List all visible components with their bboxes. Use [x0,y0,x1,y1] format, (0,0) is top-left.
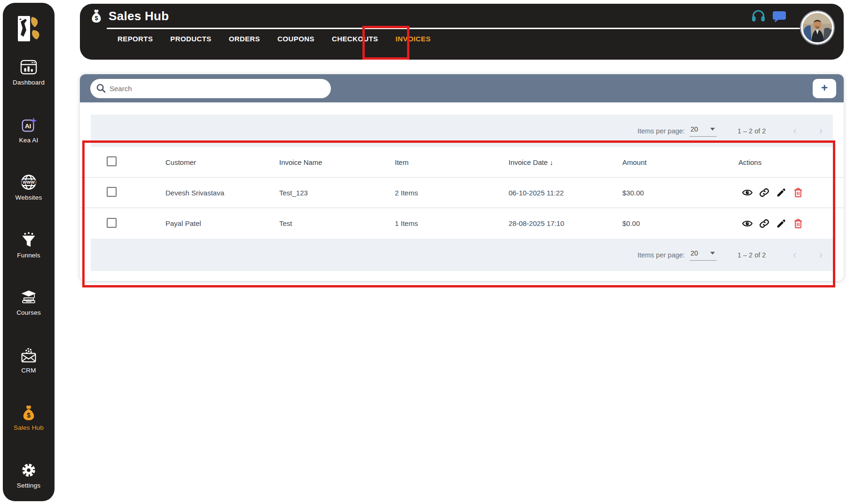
cell-amount: $0.00 [622,219,738,227]
sidebar-item-label: Funnels [17,252,40,259]
sidebar-item-websites[interactable]: WWWWebsites [3,173,55,201]
chevron-down-icon [710,252,715,255]
column-header-amount[interactable]: Amount [622,158,738,166]
title-divider [107,28,800,29]
tab-coupons[interactable]: COUPONS [276,33,315,45]
search-toolbar: + [80,74,844,102]
prev-page-button[interactable]: ‹ [790,126,799,136]
sidebar-item-crm[interactable]: CRM [3,346,55,374]
view-icon[interactable] [742,218,753,229]
cell-invoice-date: 06-10-2025 11:22 [509,189,622,197]
svg-text:$: $ [27,411,31,419]
tab-orders[interactable]: ORDERS [228,33,261,45]
edit-icon[interactable] [776,218,786,229]
delete-icon[interactable] [793,187,803,198]
topbar-head: $ Sales Hub [90,8,169,23]
items-per-page-label: Items per page: [637,127,685,135]
settings-icon [20,461,38,479]
items-per-page-select[interactable]: 20 [690,249,717,261]
items-per-page-value: 20 [690,125,698,133]
tab-products[interactable]: PRODUCTS [169,33,212,45]
courses-icon [20,288,38,306]
column-header-item[interactable]: Item [395,158,509,166]
page-title: Sales Hub [109,9,169,23]
svg-text:AI: AI [25,122,31,129]
svg-text:WWW: WWW [23,180,35,185]
sidebar-item-label: Settings [17,482,40,489]
column-header-invoice-name[interactable]: Invoice Name [279,158,395,166]
cell-customer: Payal Patel [165,219,279,227]
copy-link-icon[interactable] [759,187,769,198]
sidebar-item-settings[interactable]: Settings [3,461,55,489]
avatar[interactable] [801,11,834,44]
chat-icon[interactable] [772,11,786,23]
header-tabs: REPORTSPRODUCTSORDERSCOUPONSCHECKOUTSINV… [117,33,431,45]
money-bag-icon: $ [90,8,102,23]
sidebar-item-label: Websites [16,194,42,201]
sidebar-item-funnels[interactable]: Funnels [3,231,55,259]
sidebar-item-sales-hub[interactable]: $Sales Hub [3,403,55,431]
pagination-bottom: Items per page: 20 1 – 2 of 2 ‹ › [91,239,833,271]
funnels-icon [20,231,38,249]
delete-icon[interactable] [793,218,803,229]
crm-icon [20,346,38,364]
column-header-actions: Actions [738,158,844,166]
page-range-label: 1 – 2 of 2 [737,251,766,259]
table-row: Payal PatelTest1 Items28-08-2025 17:10$0… [80,208,844,239]
table-row: Devesh SrivastavaTest_1232 Items06-10-20… [80,178,844,208]
row-checkbox[interactable] [107,218,117,228]
items-per-page-label: Items per page: [637,251,685,259]
dashboard-icon [20,58,38,76]
headset-icon[interactable] [751,10,766,23]
cell-actions [738,187,844,198]
sidebar-item-courses[interactable]: Courses [3,288,55,316]
sort-desc-icon: ↓ [549,158,553,166]
kea-ai-icon: AI [20,116,38,134]
edit-icon[interactable] [776,187,786,198]
items-per-page-select[interactable]: 20 [690,125,717,137]
topbar: $ Sales Hub REPORTSPRODUCTSORDERSCOUPONS… [80,4,844,60]
sidebar-item-dashboard[interactable]: Dashboard [3,58,55,86]
items-per-page-value: 20 [690,249,698,257]
sidebar-item-label: Kea AI [19,137,39,144]
select-all-checkbox[interactable] [107,156,117,166]
column-header-invoice-date[interactable]: Invoice Date↓ [509,158,622,166]
sidebar-item-kea-ai[interactable]: AIKea AI [3,116,55,144]
cell-customer: Devesh Srivastava [165,189,279,197]
search-icon [96,84,106,93]
kea-logo[interactable] [14,14,43,44]
sidebar-item-label: CRM [21,367,36,374]
search-input[interactable] [90,79,331,98]
view-icon[interactable] [742,187,753,198]
cell-invoice-name: Test [279,219,395,227]
sidebar-nav: DashboardAIKea AIWWWWebsitesFunnelsCours… [3,44,55,501]
table-header-row: Customer Invoice Name Item Invoice Date↓… [80,147,844,178]
sales-hub-page: DashboardAIKea AIWWWWebsitesFunnelsCours… [0,0,847,504]
invoices-panel: + Items per page: 20 1 – 2 of 2 ‹ › Cust… [80,74,844,281]
next-page-button[interactable]: › [816,126,825,136]
row-checkbox[interactable] [107,187,117,197]
tab-reports[interactable]: REPORTS [117,33,154,45]
prev-page-button[interactable]: ‹ [790,250,799,260]
add-invoice-button[interactable]: + [813,79,836,98]
sidebar-item-label: Sales Hub [14,424,44,431]
next-page-button[interactable]: › [816,250,825,260]
cell-invoice-name: Test_123 [279,189,395,197]
tab-invoices[interactable]: INVOICES [395,33,432,45]
pagination-top: Items per page: 20 1 – 2 of 2 ‹ › [91,115,833,147]
sidebar-item-label: Courses [16,309,41,316]
cell-actions [738,218,844,229]
websites-icon: WWW [20,173,38,191]
tab-checkouts[interactable]: CHECKOUTS [331,33,379,45]
column-header-customer[interactable]: Customer [165,158,279,166]
sales-hub-icon: $ [20,403,38,421]
copy-link-icon[interactable] [759,218,769,229]
cell-item: 2 Items [395,189,509,197]
sidebar-item-label: Dashboard [13,79,45,86]
sidebar: DashboardAIKea AIWWWWebsitesFunnelsCours… [3,3,55,501]
search-wrap [90,79,331,98]
cell-item: 1 Items [395,219,509,227]
chevron-down-icon [710,128,715,131]
table-body: Devesh SrivastavaTest_1232 Items06-10-20… [80,178,844,239]
cell-invoice-date: 28-08-2025 17:10 [509,219,622,227]
